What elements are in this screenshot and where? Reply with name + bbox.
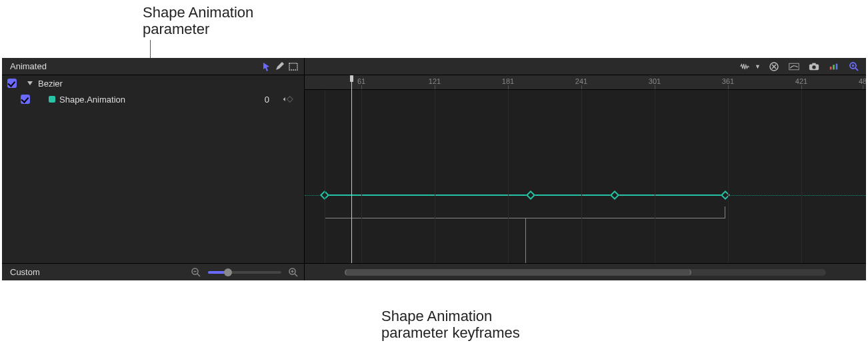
fit-curve-icon[interactable] <box>787 60 801 73</box>
timeline-ruler[interactable]: 6112118124130136142148 <box>305 75 866 90</box>
ruler-tick <box>728 85 729 89</box>
rgb-channels-icon[interactable] <box>827 60 841 73</box>
param-row-shape-animation[interactable]: Shape.Animation 0 <box>2 91 304 107</box>
svg-rect-0 <box>289 63 297 70</box>
ruler-tick <box>581 85 582 89</box>
keyframe-diamond[interactable] <box>610 190 619 200</box>
ruler-label: 421 <box>795 77 807 85</box>
svg-point-5 <box>812 65 815 69</box>
timeline-gridline <box>581 90 582 263</box>
visibility-checkbox[interactable] <box>21 95 30 104</box>
parameter-list: Bezier Shape.Animation 0 <box>2 75 305 280</box>
playhead[interactable] <box>351 75 352 263</box>
ruler-label: 121 <box>429 77 441 85</box>
param-value[interactable]: 0 <box>216 95 276 105</box>
clear-icon[interactable] <box>767 60 781 73</box>
zoom-slider-thumb[interactable] <box>224 268 232 276</box>
zoom-icon[interactable] <box>847 60 861 73</box>
timeline-gridline <box>655 90 655 263</box>
view-mode-label: Animated <box>10 61 47 71</box>
svg-rect-4 <box>812 63 815 65</box>
ruler-label: 241 <box>575 77 587 85</box>
visibility-checkbox[interactable] <box>7 79 17 88</box>
zoom-in-icon[interactable] <box>287 266 300 279</box>
toolbar: Animated ▼ <box>2 58 866 75</box>
ruler-label: 48 <box>859 77 866 85</box>
disclosure-triangle-icon[interactable] <box>27 81 33 85</box>
ruler-tick <box>863 85 863 89</box>
ruler-tick <box>508 85 509 89</box>
param-color-chip <box>49 96 55 103</box>
svg-rect-6 <box>830 67 832 69</box>
timeline-scrollbar[interactable] <box>345 269 826 276</box>
ruler-tick <box>435 85 435 89</box>
svg-rect-10 <box>287 97 293 103</box>
timeline-gridline <box>728 90 729 263</box>
timeline-gridline <box>361 90 362 263</box>
timeline-gridline <box>801 90 802 263</box>
ruler-label: 61 <box>357 77 365 85</box>
timeline[interactable]: 6112118124130136142148 <box>305 75 866 280</box>
editor-body: Bezier Shape.Animation 0 <box>2 75 866 280</box>
toolbar-left: Animated <box>2 58 305 75</box>
group-name: Bezier <box>38 79 63 89</box>
callout-top-line2: parameter <box>143 21 209 37</box>
timeline-footer <box>305 263 866 280</box>
keyframe-segment[interactable] <box>325 194 725 196</box>
parameter-rows: Bezier Shape.Animation 0 <box>2 75 304 263</box>
callout-top: Shape Animation parameter <box>143 4 253 38</box>
param-name: Shape.Animation <box>59 95 125 105</box>
audio-waveform-icon[interactable] <box>739 60 752 73</box>
snapshot-icon[interactable] <box>807 60 821 73</box>
box-select-icon[interactable] <box>287 60 300 73</box>
callout-bracket <box>325 206 725 218</box>
curve-mode-label: Custom <box>10 267 40 277</box>
callout-top-line1: Shape Animation <box>143 4 253 21</box>
keyframe-nav-icon[interactable] <box>280 95 299 103</box>
keyframe-area[interactable] <box>305 90 866 263</box>
group-row-bezier[interactable]: Bezier <box>2 75 304 91</box>
left-footer: Custom <box>2 263 304 280</box>
toolbar-right: ▼ <box>305 58 866 75</box>
keyframe-diamond[interactable] <box>526 190 535 200</box>
curve-mode-popup[interactable]: Custom <box>6 266 48 279</box>
svg-rect-7 <box>833 65 835 69</box>
ruler-tick <box>361 85 362 89</box>
pencil-tool-icon[interactable] <box>273 60 287 73</box>
callout-bottom: Shape Animation parameter keyframes <box>381 308 520 342</box>
svg-rect-8 <box>836 63 838 69</box>
ruler-tick <box>801 85 802 89</box>
zoom-slider[interactable] <box>208 271 281 274</box>
ruler-label: 361 <box>722 77 734 85</box>
chevron-down-icon[interactable]: ▼ <box>755 63 761 70</box>
timeline-scrollbar-handle[interactable] <box>345 269 691 276</box>
callout-bottom-line2: parameter keyframes <box>381 324 520 341</box>
keyframe-editor-panel: Animated ▼ <box>2 58 866 280</box>
ruler-tick <box>655 85 655 89</box>
view-mode-popup[interactable]: Animated <box>6 60 55 73</box>
arrow-tool-icon[interactable] <box>260 60 273 73</box>
callout-bottom-line1: Shape Animation <box>381 308 492 324</box>
timeline-gridline <box>435 90 435 263</box>
timeline-gridline <box>508 90 509 263</box>
timeline-gridline <box>325 90 325 263</box>
ruler-label: 301 <box>649 77 661 85</box>
zoom-out-icon[interactable] <box>189 266 203 279</box>
ruler-label: 181 <box>502 77 514 85</box>
